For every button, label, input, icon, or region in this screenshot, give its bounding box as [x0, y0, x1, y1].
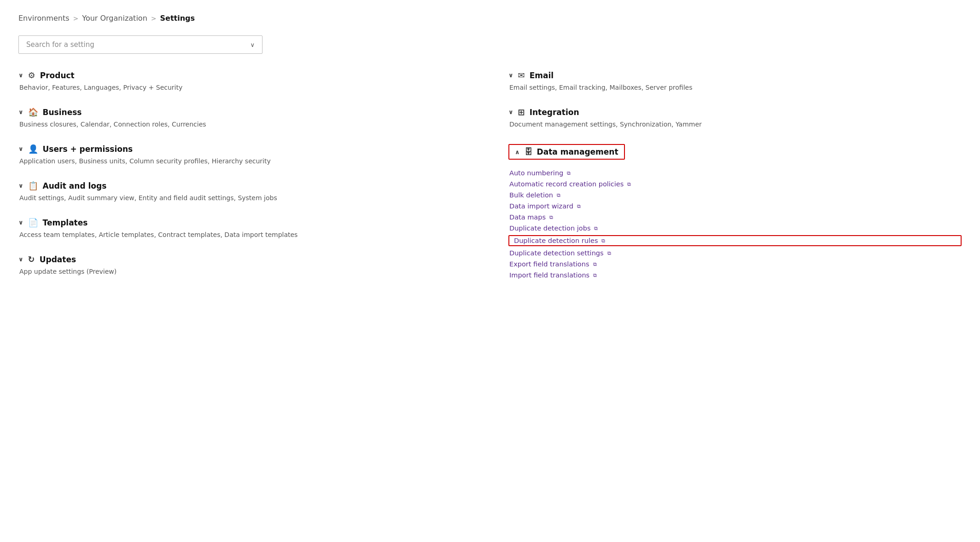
data-management-icon: 🗄 [525, 147, 532, 156]
link-data-maps[interactable]: Data maps ⧉ [508, 212, 962, 222]
section-templates: ∨ 📄 Templates Access team templates, Art… [18, 218, 472, 240]
chevron-up-icon: ∧ [515, 149, 520, 156]
section-email: ∨ ✉ Email Email settings, Email tracking… [508, 70, 962, 92]
updates-label[interactable]: Updates [40, 255, 76, 264]
users-icon: 👤 [28, 144, 38, 154]
section-data-management: ∧ 🗄 Data management Auto numbering ⧉ Aut… [508, 144, 962, 280]
chevron-down-icon: ∨ [508, 109, 513, 115]
email-label[interactable]: Email [530, 71, 554, 80]
link-export-field-translations[interactable]: Export field translations ⧉ [508, 259, 962, 269]
external-link-icon: ⧉ [607, 250, 611, 256]
search-placeholder: Search for a setting [26, 40, 94, 49]
product-label[interactable]: Product [40, 71, 75, 80]
audit-logs-label[interactable]: Audit and logs [43, 181, 107, 190]
integration-desc: Document management settings, Synchroniz… [509, 120, 962, 129]
business-icon: 🏠 [28, 107, 38, 117]
link-bulk-deletion[interactable]: Bulk deletion ⧉ [508, 190, 962, 200]
section-updates: ∨ ↻ Updates App update settings (Preview… [18, 254, 472, 277]
link-auto-numbering[interactable]: Auto numbering ⧉ [508, 168, 962, 178]
data-management-items: Auto numbering ⧉ Automatic record creati… [508, 168, 962, 280]
external-link-icon: ⧉ [577, 203, 581, 209]
breadcrumb-environments[interactable]: Environments [18, 14, 70, 23]
section-product: ∨ ⚙ Product Behavior, Features, Language… [18, 70, 472, 92]
link-import-field-translations[interactable]: Import field translations ⧉ [508, 270, 962, 280]
email-icon: ✉ [518, 70, 525, 80]
breadcrumb-sep2: > [151, 15, 157, 22]
external-link-icon: ⧉ [549, 214, 553, 220]
chevron-down-icon: ∨ [250, 41, 255, 48]
integration-label[interactable]: Integration [530, 108, 579, 117]
link-dup-detection-jobs[interactable]: Duplicate detection jobs ⧉ [508, 223, 962, 233]
breadcrumb-current: Settings [160, 14, 195, 23]
templates-icon: 📄 [28, 218, 38, 227]
updates-desc: App update settings (Preview) [19, 267, 472, 277]
external-link-icon: ⧉ [594, 225, 598, 231]
main-layout: ∨ ⚙ Product Behavior, Features, Language… [18, 70, 962, 295]
chevron-down-icon: ∨ [18, 109, 23, 115]
breadcrumb-org[interactable]: Your Organization [82, 14, 147, 23]
external-link-icon: ⧉ [567, 170, 571, 176]
chevron-down-icon: ∨ [508, 72, 513, 79]
link-data-import-wizard[interactable]: Data import wizard ⧉ [508, 201, 962, 211]
integration-icon: ⊞ [518, 107, 525, 117]
breadcrumb-sep1: > [73, 15, 79, 22]
business-desc: Business closures, Calendar, Connection … [19, 120, 472, 129]
external-link-icon: ⧉ [593, 261, 597, 267]
chevron-down-icon: ∨ [18, 72, 23, 79]
left-column: ∨ ⚙ Product Behavior, Features, Language… [18, 70, 472, 295]
data-management-label[interactable]: Data management [537, 147, 618, 156]
templates-label[interactable]: Templates [43, 218, 88, 227]
search-bar[interactable]: Search for a setting ∨ [18, 35, 262, 54]
users-permissions-label[interactable]: Users + permissions [43, 144, 133, 154]
section-business: ∨ 🏠 Business Business closures, Calendar… [18, 107, 472, 129]
chevron-down-icon: ∨ [18, 219, 23, 226]
external-link-icon: ⧉ [601, 238, 605, 244]
external-link-icon: ⧉ [627, 181, 631, 187]
right-column: ∨ ✉ Email Email settings, Email tracking… [508, 70, 962, 295]
users-permissions-desc: Application users, Business units, Colum… [19, 156, 472, 166]
link-dup-detection-settings[interactable]: Duplicate detection settings ⧉ [508, 248, 962, 258]
external-link-icon: ⧉ [593, 272, 597, 278]
business-label[interactable]: Business [43, 108, 82, 117]
link-dup-detection-rules[interactable]: Duplicate detection rules [514, 237, 598, 244]
section-audit-logs: ∨ 📋 Audit and logs Audit settings, Audit… [18, 181, 472, 203]
section-users-permissions: ∨ 👤 Users + permissions Application user… [18, 144, 472, 166]
chevron-down-icon: ∨ [18, 145, 23, 152]
product-desc: Behavior, Features, Languages, Privacy +… [19, 83, 472, 92]
chevron-down-icon: ∨ [18, 256, 23, 263]
external-link-icon: ⧉ [557, 192, 560, 198]
templates-desc: Access team templates, Article templates… [19, 230, 472, 240]
chevron-down-icon: ∨ [18, 182, 23, 189]
email-desc: Email settings, Email tracking, Mailboxe… [509, 83, 962, 92]
section-integration: ∨ ⊞ Integration Document management sett… [508, 107, 962, 129]
audit-icon: 📋 [28, 181, 38, 190]
audit-logs-desc: Audit settings, Audit summary view, Enti… [19, 193, 472, 203]
updates-icon: ↻ [28, 254, 35, 264]
link-auto-record-creation[interactable]: Automatic record creation policies ⧉ [508, 179, 962, 189]
product-icon: ⚙ [28, 70, 35, 80]
breadcrumb: Environments > Your Organization > Setti… [18, 14, 962, 23]
